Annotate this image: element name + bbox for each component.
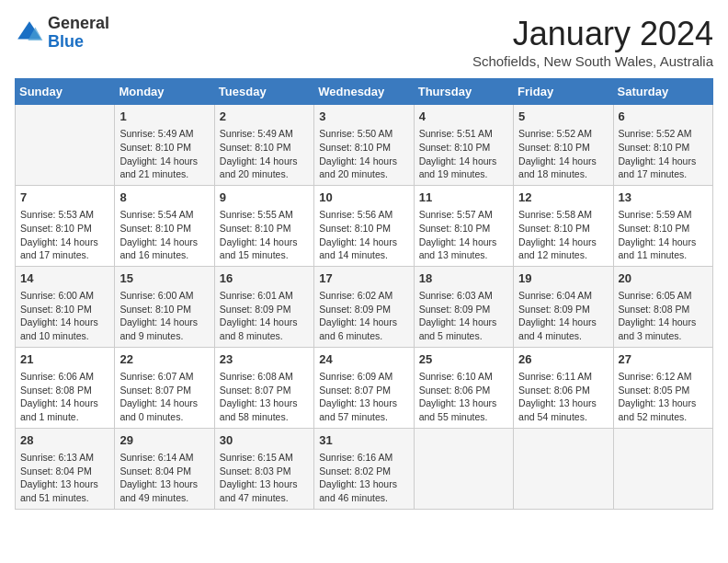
calendar-cell: 30Sunrise: 6:15 AM Sunset: 8:03 PM Dayli… <box>214 428 313 509</box>
day-number: 30 <box>220 432 309 449</box>
weekday-row: SundayMondayTuesdayWednesdayThursdayFrid… <box>16 79 713 105</box>
calendar-cell: 29Sunrise: 6:14 AM Sunset: 8:04 PM Dayli… <box>115 428 214 509</box>
calendar-body: 1Sunrise: 5:49 AM Sunset: 8:10 PM Daylig… <box>16 105 713 510</box>
calendar-cell: 18Sunrise: 6:03 AM Sunset: 8:09 PM Dayli… <box>414 266 513 347</box>
calendar-cell: 6Sunrise: 5:52 AM Sunset: 8:10 PM Daylig… <box>613 105 712 186</box>
day-number: 7 <box>20 190 109 206</box>
calendar-cell: 1Sunrise: 5:49 AM Sunset: 8:10 PM Daylig… <box>115 105 214 186</box>
day-info: Sunrise: 5:51 AM Sunset: 8:10 PM Dayligh… <box>419 127 508 181</box>
weekday-header-friday: Friday <box>514 79 613 105</box>
calendar-week-4: 21Sunrise: 6:06 AM Sunset: 8:08 PM Dayli… <box>16 347 713 428</box>
day-info: Sunrise: 6:00 AM Sunset: 8:10 PM Dayligh… <box>20 289 109 343</box>
logo-general: General <box>48 14 109 32</box>
day-info: Sunrise: 5:54 AM Sunset: 8:10 PM Dayligh… <box>119 208 209 262</box>
calendar-header: SundayMondayTuesdayWednesdayThursdayFrid… <box>16 79 713 105</box>
calendar-cell: 31Sunrise: 6:16 AM Sunset: 8:02 PM Dayli… <box>314 428 414 509</box>
calendar-cell: 11Sunrise: 5:57 AM Sunset: 8:10 PM Dayli… <box>414 185 513 266</box>
day-info: Sunrise: 6:10 AM Sunset: 8:06 PM Dayligh… <box>419 370 508 424</box>
day-info: Sunrise: 6:01 AM Sunset: 8:09 PM Dayligh… <box>220 289 309 343</box>
day-info: Sunrise: 5:56 AM Sunset: 8:10 PM Dayligh… <box>319 208 408 262</box>
day-number: 21 <box>20 351 109 368</box>
day-number: 1 <box>119 109 209 125</box>
calendar-cell: 14Sunrise: 6:00 AM Sunset: 8:10 PM Dayli… <box>16 266 115 347</box>
day-number: 8 <box>119 190 209 206</box>
day-info: Sunrise: 6:05 AM Sunset: 8:08 PM Dayligh… <box>619 289 708 343</box>
day-info: Sunrise: 5:57 AM Sunset: 8:10 PM Dayligh… <box>419 208 508 262</box>
weekday-header-thursday: Thursday <box>414 79 513 105</box>
day-info: Sunrise: 6:04 AM Sunset: 8:09 PM Dayligh… <box>518 289 608 343</box>
day-number: 12 <box>518 190 608 206</box>
day-number: 15 <box>119 270 209 287</box>
day-number: 6 <box>619 109 708 125</box>
calendar-cell: 9Sunrise: 5:55 AM Sunset: 8:10 PM Daylig… <box>214 185 313 266</box>
calendar-cell: 22Sunrise: 6:07 AM Sunset: 8:07 PM Dayli… <box>115 347 214 428</box>
calendar-cell: 26Sunrise: 6:11 AM Sunset: 8:06 PM Dayli… <box>514 347 613 428</box>
calendar-cell: 17Sunrise: 6:02 AM Sunset: 8:09 PM Dayli… <box>314 266 414 347</box>
calendar-cell <box>414 428 513 509</box>
calendar-cell: 12Sunrise: 5:58 AM Sunset: 8:10 PM Dayli… <box>514 185 613 266</box>
calendar-cell: 10Sunrise: 5:56 AM Sunset: 8:10 PM Dayli… <box>314 185 414 266</box>
calendar-table: SundayMondayTuesdayWednesdayThursdayFrid… <box>15 78 713 510</box>
calendar-cell: 16Sunrise: 6:01 AM Sunset: 8:09 PM Dayli… <box>214 266 313 347</box>
calendar-cell: 13Sunrise: 5:59 AM Sunset: 8:10 PM Dayli… <box>613 185 712 266</box>
day-info: Sunrise: 5:53 AM Sunset: 8:10 PM Dayligh… <box>20 208 109 262</box>
calendar-cell <box>613 428 712 509</box>
day-number: 27 <box>619 351 708 368</box>
day-info: Sunrise: 5:58 AM Sunset: 8:10 PM Dayligh… <box>518 208 608 262</box>
day-number: 13 <box>619 190 708 206</box>
day-number: 17 <box>319 270 408 287</box>
day-info: Sunrise: 6:09 AM Sunset: 8:07 PM Dayligh… <box>319 370 408 424</box>
calendar-cell: 2Sunrise: 5:49 AM Sunset: 8:10 PM Daylig… <box>214 105 313 186</box>
weekday-header-wednesday: Wednesday <box>314 79 414 105</box>
weekday-header-monday: Monday <box>115 79 214 105</box>
calendar-cell: 7Sunrise: 5:53 AM Sunset: 8:10 PM Daylig… <box>16 185 115 266</box>
weekday-header-sunday: Sunday <box>16 79 115 105</box>
day-info: Sunrise: 6:00 AM Sunset: 8:10 PM Dayligh… <box>119 289 209 343</box>
day-number: 31 <box>319 432 408 449</box>
day-number: 29 <box>119 432 209 449</box>
calendar-title: January 2024 <box>472 15 713 53</box>
calendar-cell: 25Sunrise: 6:10 AM Sunset: 8:06 PM Dayli… <box>414 347 513 428</box>
calendar-cell: 23Sunrise: 6:08 AM Sunset: 8:07 PM Dayli… <box>214 347 313 428</box>
day-info: Sunrise: 5:52 AM Sunset: 8:10 PM Dayligh… <box>619 127 708 181</box>
day-number: 20 <box>619 270 708 287</box>
day-number: 3 <box>319 109 408 125</box>
calendar-cell: 4Sunrise: 5:51 AM Sunset: 8:10 PM Daylig… <box>414 105 513 186</box>
day-info: Sunrise: 6:06 AM Sunset: 8:08 PM Dayligh… <box>20 370 109 424</box>
calendar-cell <box>16 105 115 186</box>
day-number: 10 <box>319 190 408 206</box>
day-info: Sunrise: 5:59 AM Sunset: 8:10 PM Dayligh… <box>619 208 708 262</box>
day-info: Sunrise: 5:52 AM Sunset: 8:10 PM Dayligh… <box>518 127 608 181</box>
day-number: 25 <box>419 351 508 368</box>
calendar-week-1: 1Sunrise: 5:49 AM Sunset: 8:10 PM Daylig… <box>16 105 713 186</box>
title-block: January 2024 Schofields, New South Wales… <box>472 15 713 69</box>
day-info: Sunrise: 6:08 AM Sunset: 8:07 PM Dayligh… <box>220 370 309 424</box>
calendar-cell: 3Sunrise: 5:50 AM Sunset: 8:10 PM Daylig… <box>314 105 414 186</box>
calendar-cell: 19Sunrise: 6:04 AM Sunset: 8:09 PM Dayli… <box>514 266 613 347</box>
day-number: 22 <box>119 351 209 368</box>
day-info: Sunrise: 6:12 AM Sunset: 8:05 PM Dayligh… <box>619 370 708 424</box>
calendar-subtitle: Schofields, New South Wales, Australia <box>472 53 713 69</box>
calendar-cell <box>514 428 613 509</box>
day-info: Sunrise: 6:14 AM Sunset: 8:04 PM Dayligh… <box>119 451 209 505</box>
day-number: 9 <box>220 190 309 206</box>
day-number: 23 <box>220 351 309 368</box>
weekday-header-tuesday: Tuesday <box>214 79 313 105</box>
calendar-week-3: 14Sunrise: 6:00 AM Sunset: 8:10 PM Dayli… <box>16 266 713 347</box>
calendar-cell: 27Sunrise: 6:12 AM Sunset: 8:05 PM Dayli… <box>613 347 712 428</box>
day-number: 26 <box>518 351 608 368</box>
day-number: 16 <box>220 270 309 287</box>
day-info: Sunrise: 5:49 AM Sunset: 8:10 PM Dayligh… <box>119 127 209 181</box>
calendar-cell: 20Sunrise: 6:05 AM Sunset: 8:08 PM Dayli… <box>613 266 712 347</box>
day-number: 4 <box>419 109 508 125</box>
logo: General Blue <box>15 15 109 52</box>
day-info: Sunrise: 6:16 AM Sunset: 8:02 PM Dayligh… <box>319 451 408 505</box>
day-info: Sunrise: 6:15 AM Sunset: 8:03 PM Dayligh… <box>220 451 309 505</box>
logo-blue: Blue <box>48 32 84 51</box>
logo-text: General Blue <box>48 15 109 52</box>
day-number: 19 <box>518 270 608 287</box>
day-number: 14 <box>20 270 109 287</box>
calendar-cell: 5Sunrise: 5:52 AM Sunset: 8:10 PM Daylig… <box>514 105 613 186</box>
page-header: General Blue January 2024 Schofields, Ne… <box>15 15 713 69</box>
day-info: Sunrise: 6:13 AM Sunset: 8:04 PM Dayligh… <box>20 451 109 505</box>
